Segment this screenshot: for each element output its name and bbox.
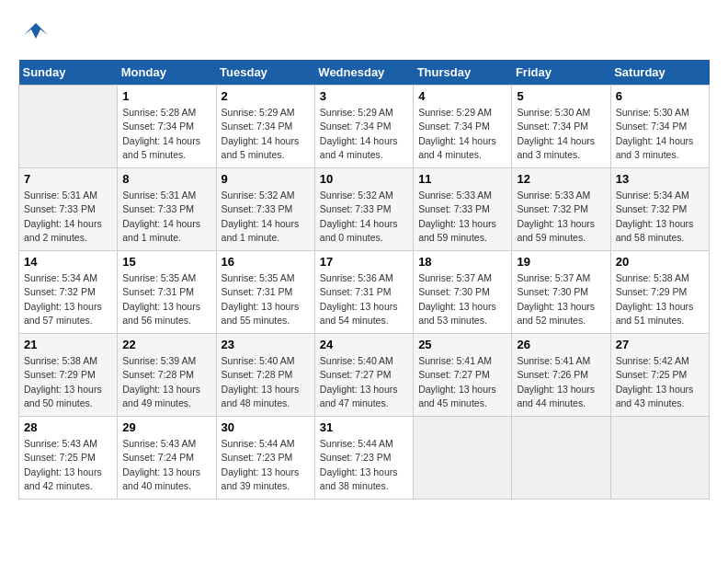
day-info: Sunrise: 5:33 AMSunset: 7:33 PMDaylight:… bbox=[418, 189, 506, 245]
day-info: Sunrise: 5:29 AMSunset: 7:34 PMDaylight:… bbox=[418, 106, 506, 162]
day-number: 9 bbox=[222, 172, 310, 186]
day-info: Sunrise: 5:38 AMSunset: 7:29 PMDaylight:… bbox=[616, 271, 704, 327]
logo bbox=[18, 18, 50, 51]
calendar-cell: 22Sunrise: 5:39 AMSunset: 7:28 PMDayligh… bbox=[118, 334, 216, 417]
day-number: 17 bbox=[320, 255, 408, 269]
logo-text bbox=[18, 18, 50, 51]
calendar-cell: 11Sunrise: 5:33 AMSunset: 7:33 PMDayligh… bbox=[414, 168, 512, 251]
calendar-cell: 12Sunrise: 5:33 AMSunset: 7:32 PMDayligh… bbox=[512, 168, 610, 251]
calendar-week-4: 21Sunrise: 5:38 AMSunset: 7:29 PMDayligh… bbox=[19, 334, 710, 417]
day-number: 7 bbox=[24, 172, 112, 186]
calendar-cell: 28Sunrise: 5:43 AMSunset: 7:25 PMDayligh… bbox=[19, 417, 118, 500]
day-number: 15 bbox=[122, 255, 210, 269]
day-number: 11 bbox=[418, 172, 506, 186]
day-number: 19 bbox=[517, 255, 605, 269]
day-info: Sunrise: 5:30 AMSunset: 7:34 PMDaylight:… bbox=[517, 106, 605, 162]
day-info: Sunrise: 5:34 AMSunset: 7:32 PMDaylight:… bbox=[24, 271, 112, 327]
calendar-cell: 9Sunrise: 5:32 AMSunset: 7:33 PMDaylight… bbox=[216, 168, 314, 251]
calendar-cell: 27Sunrise: 5:42 AMSunset: 7:25 PMDayligh… bbox=[610, 334, 709, 417]
day-number: 21 bbox=[24, 338, 112, 351]
calendar-cell: 25Sunrise: 5:41 AMSunset: 7:27 PMDayligh… bbox=[414, 334, 512, 417]
calendar-table: SundayMondayTuesdayWednesdayThursdayFrid… bbox=[18, 60, 710, 500]
day-number: 1 bbox=[122, 89, 210, 103]
calendar-cell: 19Sunrise: 5:37 AMSunset: 7:30 PMDayligh… bbox=[512, 251, 610, 334]
page-container: SundayMondayTuesdayWednesdayThursdayFrid… bbox=[18, 18, 710, 500]
day-info: Sunrise: 5:43 AMSunset: 7:24 PMDaylight:… bbox=[122, 437, 210, 493]
day-info: Sunrise: 5:31 AMSunset: 7:33 PMDaylight:… bbox=[122, 189, 210, 245]
day-info: Sunrise: 5:42 AMSunset: 7:25 PMDaylight:… bbox=[616, 354, 704, 410]
calendar-cell: 5Sunrise: 5:30 AMSunset: 7:34 PMDaylight… bbox=[512, 86, 610, 168]
calendar-cell: 29Sunrise: 5:43 AMSunset: 7:24 PMDayligh… bbox=[118, 417, 216, 500]
day-number: 12 bbox=[517, 172, 605, 186]
day-info: Sunrise: 5:39 AMSunset: 7:28 PMDaylight:… bbox=[122, 354, 210, 410]
calendar-cell: 20Sunrise: 5:38 AMSunset: 7:29 PMDayligh… bbox=[610, 251, 709, 334]
day-info: Sunrise: 5:29 AMSunset: 7:34 PMDaylight:… bbox=[222, 106, 310, 162]
day-info: Sunrise: 5:36 AMSunset: 7:31 PMDaylight:… bbox=[320, 271, 408, 327]
calendar-cell: 4Sunrise: 5:29 AMSunset: 7:34 PMDaylight… bbox=[414, 86, 512, 168]
day-info: Sunrise: 5:28 AMSunset: 7:34 PMDaylight:… bbox=[122, 106, 210, 162]
calendar-week-2: 7Sunrise: 5:31 AMSunset: 7:33 PMDaylight… bbox=[19, 168, 710, 251]
day-info: Sunrise: 5:40 AMSunset: 7:28 PMDaylight:… bbox=[222, 354, 310, 410]
day-info: Sunrise: 5:37 AMSunset: 7:30 PMDaylight:… bbox=[517, 271, 605, 327]
calendar-cell bbox=[19, 86, 118, 168]
day-number: 29 bbox=[122, 420, 210, 434]
day-number: 3 bbox=[320, 89, 408, 103]
calendar-cell: 21Sunrise: 5:38 AMSunset: 7:29 PMDayligh… bbox=[19, 334, 118, 417]
calendar-cell: 1Sunrise: 5:28 AMSunset: 7:34 PMDaylight… bbox=[118, 86, 216, 168]
calendar-cell bbox=[610, 417, 709, 500]
calendar-cell: 26Sunrise: 5:41 AMSunset: 7:26 PMDayligh… bbox=[512, 334, 610, 417]
day-info: Sunrise: 5:37 AMSunset: 7:30 PMDaylight:… bbox=[418, 271, 506, 327]
day-number: 31 bbox=[320, 420, 408, 434]
day-number: 16 bbox=[222, 255, 310, 269]
calendar-cell: 13Sunrise: 5:34 AMSunset: 7:32 PMDayligh… bbox=[610, 168, 709, 251]
column-header-monday: Monday bbox=[118, 60, 216, 86]
column-header-saturday: Saturday bbox=[610, 60, 709, 86]
day-info: Sunrise: 5:41 AMSunset: 7:27 PMDaylight:… bbox=[418, 354, 506, 410]
calendar-cell: 15Sunrise: 5:35 AMSunset: 7:31 PMDayligh… bbox=[118, 251, 216, 334]
calendar-cell: 8Sunrise: 5:31 AMSunset: 7:33 PMDaylight… bbox=[118, 168, 216, 251]
day-number: 4 bbox=[418, 89, 506, 103]
calendar-cell: 23Sunrise: 5:40 AMSunset: 7:28 PMDayligh… bbox=[216, 334, 314, 417]
column-header-sunday: Sunday bbox=[19, 60, 118, 86]
day-number: 30 bbox=[222, 420, 310, 434]
calendar-cell: 17Sunrise: 5:36 AMSunset: 7:31 PMDayligh… bbox=[314, 251, 413, 334]
calendar-header-row: SundayMondayTuesdayWednesdayThursdayFrid… bbox=[19, 60, 710, 86]
page-header bbox=[18, 18, 710, 51]
day-info: Sunrise: 5:35 AMSunset: 7:31 PMDaylight:… bbox=[222, 271, 310, 327]
day-number: 23 bbox=[222, 338, 310, 351]
column-header-tuesday: Tuesday bbox=[216, 60, 314, 86]
day-info: Sunrise: 5:35 AMSunset: 7:31 PMDaylight:… bbox=[122, 271, 210, 327]
calendar-cell: 6Sunrise: 5:30 AMSunset: 7:34 PMDaylight… bbox=[610, 86, 709, 168]
day-number: 18 bbox=[418, 255, 506, 269]
day-number: 22 bbox=[122, 338, 210, 351]
calendar-week-5: 28Sunrise: 5:43 AMSunset: 7:25 PMDayligh… bbox=[19, 417, 710, 500]
day-info: Sunrise: 5:34 AMSunset: 7:32 PMDaylight:… bbox=[616, 189, 704, 245]
calendar-cell: 31Sunrise: 5:44 AMSunset: 7:23 PMDayligh… bbox=[314, 417, 413, 500]
day-number: 6 bbox=[616, 89, 704, 103]
column-header-thursday: Thursday bbox=[414, 60, 512, 86]
calendar-cell: 7Sunrise: 5:31 AMSunset: 7:33 PMDaylight… bbox=[19, 168, 118, 251]
calendar-cell: 10Sunrise: 5:32 AMSunset: 7:33 PMDayligh… bbox=[314, 168, 413, 251]
column-header-wednesday: Wednesday bbox=[314, 60, 413, 86]
calendar-cell: 24Sunrise: 5:40 AMSunset: 7:27 PMDayligh… bbox=[314, 334, 413, 417]
calendar-cell bbox=[512, 417, 610, 500]
day-info: Sunrise: 5:40 AMSunset: 7:27 PMDaylight:… bbox=[320, 354, 408, 410]
day-info: Sunrise: 5:30 AMSunset: 7:34 PMDaylight:… bbox=[616, 106, 704, 162]
day-info: Sunrise: 5:33 AMSunset: 7:32 PMDaylight:… bbox=[517, 189, 605, 245]
calendar-cell: 16Sunrise: 5:35 AMSunset: 7:31 PMDayligh… bbox=[216, 251, 314, 334]
day-number: 10 bbox=[320, 172, 408, 186]
day-info: Sunrise: 5:44 AMSunset: 7:23 PMDaylight:… bbox=[222, 437, 310, 493]
day-number: 2 bbox=[222, 89, 310, 103]
day-info: Sunrise: 5:43 AMSunset: 7:25 PMDaylight:… bbox=[24, 437, 112, 493]
day-info: Sunrise: 5:32 AMSunset: 7:33 PMDaylight:… bbox=[320, 189, 408, 245]
day-number: 26 bbox=[517, 338, 605, 351]
calendar-cell: 3Sunrise: 5:29 AMSunset: 7:34 PMDaylight… bbox=[314, 86, 413, 168]
day-number: 28 bbox=[24, 420, 112, 434]
calendar-week-3: 14Sunrise: 5:34 AMSunset: 7:32 PMDayligh… bbox=[19, 251, 710, 334]
day-number: 14 bbox=[24, 255, 112, 269]
day-info: Sunrise: 5:31 AMSunset: 7:33 PMDaylight:… bbox=[24, 189, 112, 245]
day-info: Sunrise: 5:44 AMSunset: 7:23 PMDaylight:… bbox=[320, 437, 408, 493]
day-info: Sunrise: 5:32 AMSunset: 7:33 PMDaylight:… bbox=[222, 189, 310, 245]
calendar-cell: 2Sunrise: 5:29 AMSunset: 7:34 PMDaylight… bbox=[216, 86, 314, 168]
day-number: 25 bbox=[418, 338, 506, 351]
